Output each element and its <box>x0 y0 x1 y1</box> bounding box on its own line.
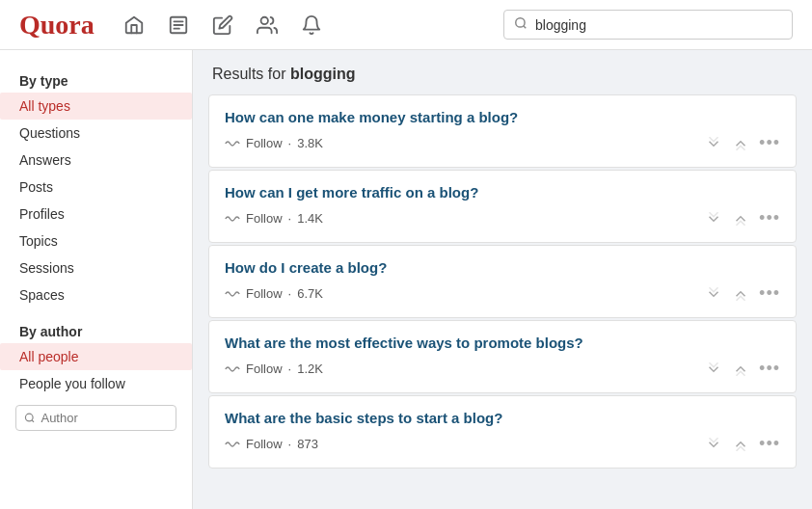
results-header: Results for blogging <box>208 66 797 83</box>
follow-count-2: 1.4K <box>297 211 323 226</box>
bell-nav-icon[interactable] <box>301 14 322 36</box>
result-meta-left-2: Follow · 1.4K <box>225 211 323 226</box>
follow-wave-icon-1 <box>225 138 240 149</box>
downvote-btn-4[interactable] <box>705 361 722 378</box>
downvote-btn-1[interactable] <box>705 135 722 152</box>
write-nav-icon[interactable] <box>212 14 233 36</box>
follow-wave-icon-2 <box>225 213 240 225</box>
upvote-btn-3[interactable] <box>732 285 749 303</box>
logo[interactable]: Quora <box>19 10 95 40</box>
result-card-5: What are the basic steps to start a blog… <box>208 395 797 469</box>
result-title-2[interactable]: How can I get more traffic on a blog? <box>225 184 780 201</box>
sidebar-item-all-people[interactable]: All people <box>0 343 192 370</box>
sidebar-item-questions[interactable]: Questions <box>0 120 192 147</box>
more-btn-3[interactable]: ••• <box>759 283 780 304</box>
svg-line-6 <box>524 26 527 29</box>
sidebar-item-profiles[interactable]: Profiles <box>0 201 192 228</box>
sidebar-item-spaces[interactable]: Spaces <box>0 281 192 308</box>
result-card-2: How can I get more traffic on a blog? Fo… <box>208 170 797 243</box>
follow-label-1[interactable]: Follow <box>246 136 283 150</box>
result-actions-3: ••• <box>705 283 780 304</box>
result-meta-left-5: Follow · 873 <box>225 437 318 451</box>
search-bar[interactable] <box>503 10 793 40</box>
upvote-btn-2[interactable] <box>732 210 749 228</box>
dot-3: · <box>288 286 292 301</box>
result-actions-1: ••• <box>705 133 780 153</box>
by-type-heading: By type <box>0 66 192 93</box>
result-meta-3: Follow · 6.7K ••• <box>225 283 780 304</box>
follow-label-3[interactable]: Follow <box>246 286 283 301</box>
result-meta-1: Follow · 3.8K ••• <box>225 133 780 153</box>
more-btn-4[interactable]: ••• <box>759 359 780 379</box>
follow-count-4: 1.2K <box>297 362 323 376</box>
result-card-3: How do I create a blog? Follow · 6.7K <box>208 245 797 318</box>
follow-wave-icon-4 <box>225 363 240 375</box>
result-meta-left-4: Follow · 1.2K <box>225 362 323 376</box>
result-card-4: What are the most effective ways to prom… <box>208 320 797 393</box>
nav-icons <box>123 14 322 36</box>
home-nav-icon[interactable] <box>123 14 145 36</box>
follow-label-5[interactable]: Follow <box>246 437 283 451</box>
downvote-btn-5[interactable] <box>705 436 722 453</box>
sidebar-item-all-types[interactable]: All types <box>0 93 192 120</box>
people-nav-icon[interactable] <box>257 14 278 36</box>
result-actions-4: ••• <box>705 359 780 379</box>
svg-point-5 <box>516 18 525 27</box>
svg-line-8 <box>32 420 34 422</box>
result-title-1[interactable]: How can one make money starting a blog? <box>225 109 780 125</box>
dot-5: · <box>288 437 292 451</box>
more-btn-1[interactable]: ••• <box>759 133 780 153</box>
sidebar-item-topics[interactable]: Topics <box>0 228 192 254</box>
dot-1: · <box>288 136 292 150</box>
sidebar-item-posts[interactable]: Posts <box>0 174 192 201</box>
result-actions-2: ••• <box>705 208 780 228</box>
main-layout: By type All types Questions Answers Post… <box>0 50 812 509</box>
result-title-4[interactable]: What are the most effective ways to prom… <box>225 335 780 351</box>
follow-wave-icon-3 <box>225 288 240 300</box>
follow-count-3: 6.7K <box>297 286 323 301</box>
upvote-btn-1[interactable] <box>732 135 749 152</box>
more-btn-5[interactable]: ••• <box>759 434 780 454</box>
sidebar-item-answers[interactable]: Answers <box>0 147 192 174</box>
author-input-wrap[interactable] <box>15 405 176 431</box>
sidebar: By type All types Questions Answers Post… <box>0 50 193 509</box>
result-card-1: How can one make money starting a blog? … <box>208 94 797 168</box>
result-title-3[interactable]: How do I create a blog? <box>225 259 780 276</box>
by-author-heading: By author <box>0 316 192 343</box>
result-meta-left-3: Follow · 6.7K <box>225 286 323 301</box>
results-query: blogging <box>290 66 356 82</box>
follow-count-1: 3.8K <box>297 136 323 150</box>
results-main: Results for blogging How can one make mo… <box>193 50 812 509</box>
result-actions-5: ••• <box>705 434 780 454</box>
result-meta-5: Follow · 873 ••• <box>225 434 780 454</box>
dot-4: · <box>288 362 292 376</box>
upvote-btn-4[interactable] <box>732 361 749 378</box>
result-title-5[interactable]: What are the basic steps to start a blog… <box>225 410 780 426</box>
upvote-btn-5[interactable] <box>732 436 749 453</box>
search-input[interactable] <box>535 17 782 33</box>
downvote-btn-2[interactable] <box>705 210 722 228</box>
result-meta-left-1: Follow · 3.8K <box>225 136 323 150</box>
follow-wave-icon-5 <box>225 439 240 450</box>
svg-point-4 <box>260 16 267 23</box>
app-header: Quora <box>0 0 812 50</box>
sidebar-item-sessions[interactable]: Sessions <box>0 254 192 281</box>
follow-label-4[interactable]: Follow <box>246 362 283 376</box>
result-meta-2: Follow · 1.4K ••• <box>225 208 780 228</box>
search-icon <box>514 16 528 33</box>
follow-label-2[interactable]: Follow <box>246 211 283 226</box>
svg-point-7 <box>25 414 33 421</box>
more-btn-2[interactable]: ••• <box>759 208 780 228</box>
downvote-btn-3[interactable] <box>705 285 722 303</box>
author-search-icon <box>24 412 35 424</box>
sidebar-item-people-follow[interactable]: People you follow <box>0 370 192 397</box>
answers-nav-icon[interactable] <box>168 14 189 36</box>
dot-2: · <box>288 211 292 226</box>
author-input[interactable] <box>41 411 168 425</box>
follow-count-5: 873 <box>297 437 318 451</box>
result-meta-4: Follow · 1.2K ••• <box>225 359 780 379</box>
